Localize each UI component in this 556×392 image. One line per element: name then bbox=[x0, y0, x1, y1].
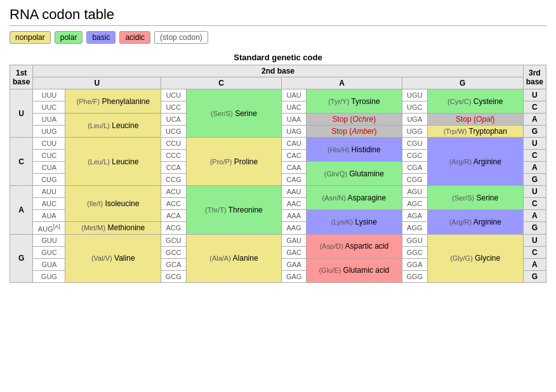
third-base-g1: G bbox=[523, 126, 546, 138]
codon-ugc: UGC bbox=[402, 101, 427, 114]
codon-cga: CGA bbox=[402, 162, 427, 174]
codon-cuu: CUU bbox=[33, 138, 65, 150]
codon-uug: UUG bbox=[33, 126, 65, 138]
codon-gag: GAG bbox=[282, 270, 307, 282]
stop-amber: Stop (Amber) bbox=[307, 126, 402, 138]
amino-glutamine: (Gln/Q) Glutamine bbox=[307, 162, 402, 186]
codon-uuu: UUU bbox=[33, 89, 65, 101]
amino-phenylalanine: (Phe/F) Phenylalanine bbox=[65, 89, 161, 114]
third-base-c3: C bbox=[523, 198, 546, 210]
codon-ccg: CCG bbox=[161, 174, 186, 186]
codon-guu: GUU bbox=[33, 234, 65, 246]
amino-tyrosine: (Tyr/Y) Tyrosine bbox=[307, 89, 402, 114]
codon-aac: AAC bbox=[282, 198, 307, 210]
amino-histidine: (His/H) Histidine bbox=[307, 138, 402, 162]
amino-serine-a: (Ser/S) Serine bbox=[427, 186, 523, 210]
codon-uau: UAU bbox=[282, 89, 307, 101]
codon-auc: AUC bbox=[33, 198, 65, 210]
legend-nonpolar: nonpolar bbox=[10, 31, 51, 44]
header-g: G bbox=[402, 77, 523, 89]
third-base-g2: G bbox=[523, 174, 546, 186]
amino-cysteine: (Cys/C) Cysteine bbox=[427, 89, 523, 114]
page-title: RNA codon table bbox=[10, 6, 546, 26]
third-base-c1: C bbox=[523, 101, 546, 114]
first-base-g: G bbox=[10, 234, 33, 282]
table-title: Standard genetic code bbox=[10, 53, 546, 62]
codon-guc: GUC bbox=[33, 246, 65, 258]
amino-proline: (Pro/P) Proline bbox=[186, 138, 282, 186]
codon-aau: AAU bbox=[282, 186, 307, 198]
amino-valine: (Val/V) Valine bbox=[65, 234, 161, 282]
stop-ochre: Stop (Ochre) bbox=[307, 114, 402, 126]
amino-lysine: (Lys/K) Lysine bbox=[307, 210, 402, 235]
codon-cau: CAU bbox=[282, 138, 307, 150]
codon-ucu: UCU bbox=[161, 89, 186, 101]
codon-aag: AAG bbox=[282, 222, 307, 235]
third-base-c2: C bbox=[523, 150, 546, 162]
table-row: G GUU (Val/V) Valine GCU (Ala/A) Alanine… bbox=[10, 234, 546, 246]
codon-cag: CAG bbox=[282, 174, 307, 186]
third-base-g4: G bbox=[523, 270, 546, 282]
codon-ucg: UCG bbox=[161, 126, 186, 138]
stop-opal: Stop (Opal) bbox=[427, 114, 523, 126]
codon-cgg: CGG bbox=[402, 174, 427, 186]
codon-cgc: CGC bbox=[402, 150, 427, 162]
third-base-u2: U bbox=[523, 138, 546, 150]
amino-arginine-a: (Arg/R) Arginine bbox=[427, 210, 523, 235]
codon-ggc: GGC bbox=[402, 246, 427, 258]
codon-ggg: GGG bbox=[402, 270, 427, 282]
header-c: C bbox=[161, 77, 282, 89]
codon-cug: CUG bbox=[33, 174, 65, 186]
third-base-a4: A bbox=[523, 258, 546, 270]
first-base-u: U bbox=[10, 89, 33, 138]
header-a: A bbox=[282, 77, 402, 89]
first-base-c: C bbox=[10, 138, 33, 186]
third-base-u1: U bbox=[523, 89, 546, 101]
codon-gca: GCA bbox=[161, 258, 186, 270]
codon-cca: CCA bbox=[161, 162, 186, 174]
amino-alanine: (Ala/A) Alanine bbox=[186, 234, 282, 282]
codon-agc: AGC bbox=[402, 198, 427, 210]
amino-threonine: (Thr/T) Threonine bbox=[186, 186, 282, 235]
codon-gga: GGA bbox=[402, 258, 427, 270]
codon-table: 1stbase 2nd base 3rdbase U C A G U UUU (… bbox=[10, 65, 546, 283]
codon-aca: ACA bbox=[161, 210, 186, 222]
amino-glycine: (Gly/G) Glycine bbox=[427, 234, 523, 282]
codon-gaa: GAA bbox=[282, 258, 307, 270]
codon-gug: GUG bbox=[33, 270, 65, 282]
codon-uag: UAG bbox=[282, 126, 307, 138]
codon-uaa: UAA bbox=[282, 114, 307, 126]
codon-uac: UAC bbox=[282, 101, 307, 114]
third-base-g3: G bbox=[523, 222, 546, 235]
table-row: C CUU (Leu/L) Leucine CCU (Pro/P) Prolin… bbox=[10, 138, 546, 150]
amino-aspartic-acid: (Asp/D) Aspartic acid bbox=[307, 234, 402, 258]
third-base-u4: U bbox=[523, 234, 546, 246]
codon-ucc: UCC bbox=[161, 101, 186, 114]
amino-leucine-c: (Leu/L) Leucine bbox=[65, 138, 161, 186]
amino-methionine: (Met/M) Methionine bbox=[65, 222, 161, 235]
amino-arginine-c: (Arg/R) Arginine bbox=[427, 138, 523, 186]
codon-acg: ACG bbox=[161, 222, 186, 235]
codon-cua: CUA bbox=[33, 162, 65, 174]
amino-serine-u: (Ser/S) Serine bbox=[186, 89, 282, 138]
codon-gua: GUA bbox=[33, 258, 65, 270]
codon-uca: UCA bbox=[161, 114, 186, 126]
codon-ugu: UGU bbox=[402, 89, 427, 101]
amino-tryptophan: (Trp/W) Tryptophan bbox=[427, 126, 523, 138]
codon-ccu: CCU bbox=[161, 138, 186, 150]
codon-gcc: GCC bbox=[161, 246, 186, 258]
third-base-a3: A bbox=[523, 210, 546, 222]
codon-uuc: UUC bbox=[33, 101, 65, 114]
amino-asparagine: (Asn/N) Asparagine bbox=[307, 186, 402, 210]
codon-aaa: AAA bbox=[282, 210, 307, 222]
header-u: U bbox=[33, 77, 161, 89]
header-second-base: 2nd base bbox=[33, 65, 523, 77]
third-base-c4: C bbox=[523, 246, 546, 258]
codon-gau: GAU bbox=[282, 234, 307, 246]
codon-caa: CAA bbox=[282, 162, 307, 174]
header-third-base: 3rdbase bbox=[523, 65, 546, 89]
codon-ugg: UGG bbox=[402, 126, 427, 138]
codon-agg: AGG bbox=[402, 222, 427, 235]
third-base-a2: A bbox=[523, 162, 546, 174]
codon-acu: ACU bbox=[161, 186, 186, 198]
